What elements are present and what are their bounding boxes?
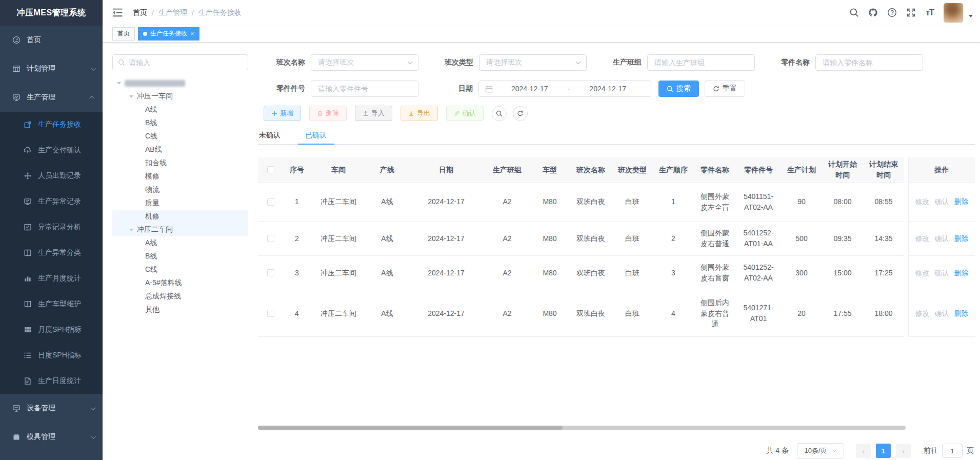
font-size-icon[interactable]: тT [925, 8, 935, 18]
next-page-button[interactable]: › [896, 444, 911, 458]
close-icon[interactable]: × [190, 30, 194, 37]
part-no-input[interactable] [311, 81, 418, 96]
sidebar-item-attendance[interactable]: 人员出勤记录 [0, 163, 103, 189]
caret-down-icon[interactable] [117, 82, 121, 85]
tree-node-line[interactable]: C线 [112, 263, 248, 276]
export-button[interactable]: 导出 [401, 106, 438, 121]
sidebar-item-mold-mgmt[interactable]: 模具管理 [0, 423, 103, 451]
edit-link[interactable]: 修改 [915, 196, 930, 207]
confirm-link[interactable]: 确认 [935, 308, 949, 319]
sidebar-item-abnormal-class[interactable]: 生产异常分类 [0, 240, 103, 266]
tree-node-line[interactable]: A-5#落料线 [112, 276, 248, 290]
shift-type-select[interactable]: 请选择班次 [479, 54, 587, 71]
caret-down-icon[interactable] [129, 229, 133, 231]
tree-node-label: 模修 [145, 172, 159, 181]
goto-page-input[interactable] [942, 444, 963, 458]
filter-row-2: 零件件号 日期 2024-12-17 - 2024-12-17 搜索 [273, 81, 745, 97]
date-range-picker[interactable]: 2024-12-17 - 2024-12-17 [478, 81, 651, 97]
search-button[interactable]: 搜索 [658, 81, 699, 97]
tree-node-workshop1[interactable]: 冲压一车间 [112, 90, 248, 103]
tree-node-line[interactable]: B线 [112, 250, 248, 263]
shift-name-select[interactable]: 请选择班次 [311, 54, 418, 71]
avatar[interactable] [944, 3, 963, 23]
cell-end: 17:25 [863, 256, 904, 290]
breadcrumb-home[interactable]: 首页 [133, 8, 147, 17]
tree-node-root[interactable] [112, 76, 248, 90]
delete-link[interactable]: 删除 [954, 196, 969, 207]
import-button[interactable]: 导入 [355, 106, 392, 121]
fullscreen-icon[interactable] [906, 8, 916, 18]
team-input[interactable] [648, 55, 754, 70]
confirm-link[interactable]: 确认 [935, 196, 949, 207]
tree-node-line[interactable]: 机修 [112, 210, 248, 223]
tree-search-input[interactable] [129, 58, 243, 67]
sidebar-item-home[interactable]: 首页 [0, 26, 103, 54]
sidebar-collapse-icon[interactable] [112, 7, 123, 17]
row-checkbox[interactable] [267, 269, 274, 276]
page-size-select[interactable]: 10条/页 [797, 443, 844, 458]
tree-node-workshop2[interactable]: 冲压二车间 [112, 223, 248, 236]
sidebar-item-monthly-sph[interactable]: 月度SPH指标 [0, 317, 103, 343]
cell-order: 2 [653, 222, 694, 256]
sidebar-item-daily-sph[interactable]: 日度SPH指标 [0, 343, 103, 368]
row-checkbox[interactable] [267, 310, 274, 317]
sidebar-item-task-receive[interactable]: 生产任务接收 [0, 112, 103, 137]
caret-down-icon[interactable] [129, 95, 133, 98]
row-checkbox[interactable] [267, 198, 274, 206]
confirm-button[interactable]: 确认 [446, 106, 484, 121]
tab-unconfirmed[interactable]: 未确认 [258, 126, 282, 144]
date-end[interactable]: 2024-12-17 [571, 85, 645, 93]
tree-node-line[interactable]: A线 [112, 236, 248, 250]
delete-link[interactable]: 删除 [954, 233, 969, 244]
import-button-label: 导入 [371, 109, 385, 118]
help-icon[interactable] [887, 8, 897, 18]
horizontal-scrollbar-thumb[interactable] [258, 426, 563, 430]
tree-node-line[interactable]: 扣合线 [112, 156, 248, 170]
confirm-link[interactable]: 确认 [935, 233, 949, 244]
filter-shift-name: 班次名称 请选择班次 [273, 54, 418, 71]
tab-confirmed[interactable]: 已确认 [304, 126, 328, 144]
sidebar-item-model-maintain[interactable]: 生产车型维护 [0, 291, 103, 317]
github-icon[interactable] [868, 8, 878, 18]
current-page-button[interactable]: 1 [876, 444, 891, 458]
sidebar-item-daily-stats[interactable]: 生产日度统计 [0, 368, 103, 394]
table-search-button[interactable] [492, 106, 507, 121]
part-name-input[interactable] [816, 55, 923, 70]
refresh-icon [517, 110, 524, 117]
sidebar-item-plan-mgmt[interactable]: 计划管理 [0, 54, 103, 83]
tag-task-receive[interactable]: 生产任务接收 × [138, 27, 199, 41]
tree-node-line[interactable]: B线 [112, 116, 248, 130]
date-start[interactable]: 2024-12-17 [493, 85, 567, 93]
edit-link[interactable]: 修改 [915, 308, 930, 319]
edit-link[interactable]: 修改 [915, 268, 930, 278]
delete-link[interactable]: 删除 [954, 308, 969, 319]
reset-button[interactable]: 重置 [705, 81, 745, 97]
tree-node-line[interactable]: C线 [112, 130, 248, 143]
search-icon[interactable] [849, 8, 859, 18]
table-refresh-button[interactable] [513, 106, 528, 121]
delete-button[interactable]: 删除 [309, 106, 347, 121]
prev-page-button[interactable]: ‹ [856, 444, 871, 458]
horizontal-scrollbar[interactable] [258, 426, 906, 430]
tree-node-line[interactable]: 总成焊接线 [112, 290, 248, 303]
sidebar-item-record-analysis[interactable]: 异常记录分析 [0, 214, 103, 240]
confirm-link[interactable]: 确认 [935, 268, 949, 278]
sidebar-item-equipment-mgmt[interactable]: 设备管理 [0, 394, 103, 423]
tag-home[interactable]: 首页 [112, 27, 135, 41]
add-button[interactable]: 新增 [264, 106, 301, 121]
sidebar-item-production-mgmt[interactable]: 生产管理 [0, 83, 103, 112]
delete-link[interactable]: 删除 [954, 268, 969, 278]
tree-node-line[interactable]: 物流 [112, 183, 248, 196]
tree-node-line[interactable]: A线 [112, 103, 248, 116]
edit-link[interactable]: 修改 [915, 233, 930, 244]
sidebar-item-delivery-confirm[interactable]: 生产交付确认 [0, 137, 103, 163]
select-all-checkbox[interactable] [267, 166, 274, 173]
tree-node-line[interactable]: 模修 [112, 170, 248, 183]
tree-node-line[interactable]: AB线 [112, 143, 248, 156]
avatar-caret-down-icon[interactable] [969, 15, 973, 17]
row-checkbox[interactable] [267, 235, 274, 242]
tree-node-line[interactable]: 其他 [112, 303, 248, 316]
tree-node-line[interactable]: 质量 [112, 196, 248, 210]
sidebar-item-abnormal-record[interactable]: 生产异常记录 [0, 189, 103, 214]
sidebar-item-monthly-stats[interactable]: 生产月度统计 [0, 266, 103, 291]
